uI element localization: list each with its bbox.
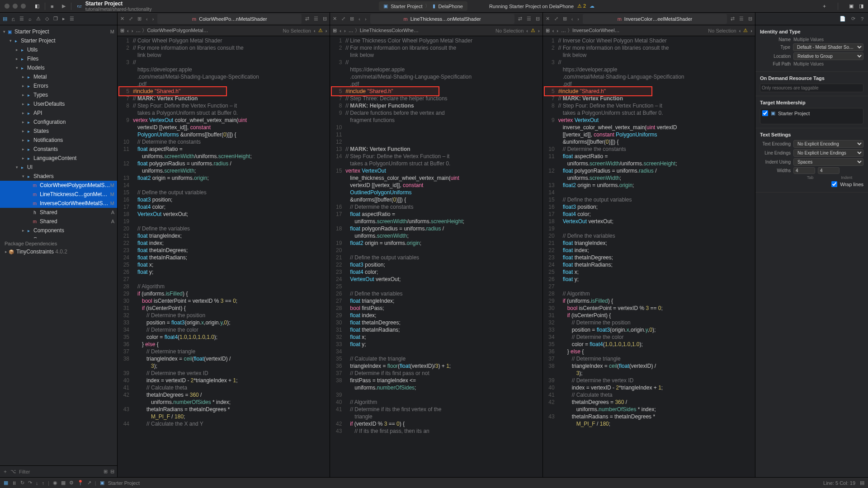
scheme-selector[interactable]: ▣Starter Project〉 ▮DelaPhone <box>379 1 467 11</box>
expand-icon[interactable]: ⤢ <box>340 16 346 22</box>
tree-item[interactable]: ▸▸LanguageContent <box>0 154 117 163</box>
inspector-toggle-icon[interactable]: ◨ <box>859 3 863 9</box>
close-icon[interactable]: ✕ <box>119 16 125 22</box>
tree-item[interactable]: ▾▸Shaders <box>0 172 117 181</box>
back-icon[interactable]: ‹ <box>571 16 574 22</box>
expand-icon[interactable]: ⤢ <box>553 16 559 22</box>
jump-bar[interactable]: ⊞‹› … 〉ColorWheelPolygonMetal… No Select… <box>118 25 330 36</box>
tree-item[interactable]: ▾▸UI <box>0 163 117 172</box>
library-icon[interactable]: ▣ <box>849 3 854 9</box>
forward-icon[interactable]: › <box>576 16 580 22</box>
encoding-select[interactable]: No Explicit Encoding <box>793 140 863 148</box>
close-icon[interactable]: ✕ <box>332 16 338 22</box>
inspector-tabs[interactable]: 📄 ⟳ ? <box>755 13 868 25</box>
step-in-icon[interactable]: ↓ <box>36 480 38 486</box>
step-out-icon[interactable]: ↑ <box>42 480 45 486</box>
sidebar-toggle-icon[interactable]: ◧ <box>35 3 39 9</box>
scope-icon[interactable]: ⊞ <box>104 469 108 474</box>
debug-view-icon[interactable]: ◉ <box>53 480 57 486</box>
tree-item[interactable]: mLineThicknessC…gonMetalShaderM <box>0 190 117 199</box>
indent-select[interactable]: Spaces <box>793 158 863 166</box>
tree-item[interactable]: ▾▸Models <box>0 63 117 72</box>
stop-button[interactable]: ■ <box>51 4 54 9</box>
tree-item[interactable]: ▾▸Starter Project <box>0 36 117 45</box>
tab-width[interactable] <box>793 167 815 174</box>
editor-tab[interactable]: mInverseColor…eelMetalShader <box>583 14 727 24</box>
code-area[interactable]: 1// Inverse Color Wheel Polygon Metal Sh… <box>543 36 755 477</box>
navigator-tabs[interactable]: ▤ ⎌ ☰ ⌕ ⚠ ◇ ❐ ▸ ☰ <box>0 13 117 25</box>
continue-icon[interactable]: ↻ <box>20 480 24 486</box>
code-area[interactable]: 1// Line Thickness Color Wheel Polygon M… <box>330 36 542 477</box>
related-icon[interactable]: ⇄ <box>730 16 736 22</box>
tree-item[interactable]: ▸▸Files <box>0 54 117 63</box>
console-toggle-icon[interactable]: ▤ <box>860 480 864 486</box>
tree-item[interactable]: hSharedA <box>0 208 117 217</box>
recent-icon[interactable]: ⊟ <box>110 469 114 474</box>
tree-item[interactable]: ▸▸Configuration <box>0 117 117 127</box>
project-info[interactable]: Starter Project tutorial/metal/shared-fu… <box>85 0 152 12</box>
dependency-row[interactable]: ▸📦 TinyConstraints 4.0.2 <box>0 247 117 256</box>
tree-item[interactable]: ▸▸Screens <box>0 235 117 238</box>
options-icon[interactable]: ☰ <box>738 16 745 22</box>
tree-item[interactable]: ▸▸Components <box>0 226 117 235</box>
tree-item[interactable]: ▾▣Starter ProjectM <box>0 27 117 36</box>
options-icon[interactable]: ☰ <box>526 16 532 22</box>
tree-item[interactable]: ▸▸Types <box>0 90 117 99</box>
jump-bar[interactable]: ⊞‹› … 〉InverseColorWheel… No Selection ‹… <box>543 25 755 36</box>
split-icon[interactable]: ⊟ <box>535 16 541 22</box>
run-button[interactable]: ▶ <box>62 3 66 9</box>
editor-tab[interactable]: mLineThickness…onMetalShader <box>370 14 514 24</box>
tree-item[interactable]: ▸▸API <box>0 108 117 117</box>
related-icon[interactable]: ⇄ <box>517 16 523 22</box>
traffic-lights[interactable] <box>5 4 26 9</box>
filter-input[interactable] <box>19 469 101 474</box>
tree-item[interactable]: mSharedA <box>0 217 117 226</box>
tree-item[interactable]: ▸▸Metal <box>0 72 117 81</box>
editor-tab[interactable]: mColorWheelPo…nMetalShader <box>157 14 302 24</box>
debug-toggle-icon[interactable]: ▦ <box>4 480 8 486</box>
add-icon[interactable]: ＋ <box>3 468 8 475</box>
back-icon[interactable]: ‹ <box>358 16 361 22</box>
related-icon[interactable]: ⇄ <box>304 16 310 22</box>
tree-item[interactable]: mInverseColorWheelMetalShaderM <box>0 199 117 208</box>
tree-item[interactable]: ▸▸UserDefaults <box>0 99 117 108</box>
back-icon[interactable]: ‹ <box>145 16 149 22</box>
close-icon[interactable]: ✕ <box>545 16 551 22</box>
location-select[interactable]: Relative to Group <box>793 52 863 60</box>
pause-icon[interactable]: ⏸ <box>12 480 17 486</box>
tree-item[interactable]: ▸▸Constants <box>0 145 117 154</box>
forward-icon[interactable]: › <box>151 16 155 22</box>
wrap-checkbox[interactable]: Wrap lines <box>831 181 863 187</box>
target-checkbox[interactable]: ▣Starter Project <box>762 110 861 116</box>
expand-icon[interactable]: ⤢ <box>128 16 134 22</box>
code-area[interactable]: 1// Color Wheel Polygon Metal Shader2// … <box>118 36 330 477</box>
tree-item[interactable]: ▸▸Notifications <box>0 136 117 145</box>
grid-icon[interactable]: ⊞ <box>137 16 142 22</box>
memory-icon[interactable]: ▦ <box>61 480 66 486</box>
step-over-icon[interactable]: ↷ <box>28 480 32 486</box>
debug-scheme[interactable]: Starter Project <box>108 480 140 486</box>
tree-item[interactable]: ▸▸Errors <box>0 81 117 90</box>
split-icon[interactable]: ⊟ <box>322 16 328 22</box>
tree-item[interactable]: mColorWheelPolygonMetalShaderM <box>0 181 117 190</box>
grid-icon[interactable]: ⊞ <box>349 16 355 22</box>
forward-icon[interactable]: › <box>364 16 368 22</box>
name-field[interactable]: Multiple Values <box>793 37 863 42</box>
more-icon[interactable]: ↗ <box>87 480 91 486</box>
grid-icon[interactable]: ⊞ <box>562 16 568 22</box>
split-icon[interactable]: ⊟ <box>747 16 753 22</box>
type-select[interactable]: Default - Metal Shader So… <box>793 43 863 51</box>
env-icon[interactable]: ⚙ <box>69 480 74 486</box>
lineendings-select[interactable]: No Explicit Line Endings <box>793 149 863 157</box>
textset-header: Text Settings <box>760 132 863 137</box>
options-icon[interactable]: ☰ <box>313 16 319 22</box>
cloud-icon[interactable]: ☁ <box>590 3 594 9</box>
add-tab-icon[interactable]: ＋ <box>822 3 827 9</box>
tree-item[interactable]: ▸▸Utils <box>0 45 117 54</box>
loc-icon[interactable]: 📍 <box>77 480 84 486</box>
file-tree[interactable]: ▾▣Starter ProjectM▾▸Starter Project▸▸Uti… <box>0 25 117 238</box>
warning-badge[interactable]: ⚠ 2 <box>577 3 586 9</box>
indent-width[interactable] <box>818 167 840 174</box>
jump-bar[interactable]: ⊞‹› … 〉LineThicknessColorWhe… No Selecti… <box>330 25 542 36</box>
tree-item[interactable]: ▸▸States <box>0 127 117 136</box>
